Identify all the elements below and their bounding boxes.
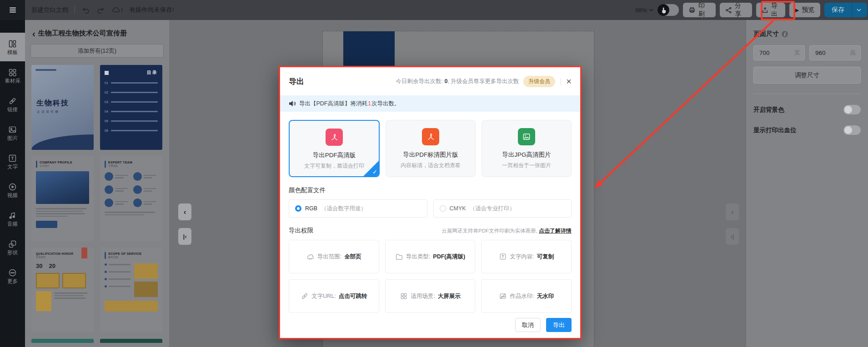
thumbnail-page-company-profile[interactable]: COMPANY PROFILE 公司简介 [31, 156, 94, 241]
radio-cmyk[interactable]: CMYK （适合专业打印） [433, 199, 572, 218]
main-menu-button[interactable] [0, 0, 25, 20]
permissions-grid: 导出范围: 全部页 导出类型: PDF(高清版) 文字内容: 可复制 [289, 240, 572, 313]
page-width-field[interactable]: 宽 [753, 45, 805, 60]
account-avatar[interactable] [657, 4, 679, 16]
thumbnail-page-toc[interactable]: 目录 01 02 03 04 05 06 [100, 65, 162, 150]
perm-export-type: 导出类型: PDF(高清版) [385, 240, 476, 273]
thumbnail-page-qualification-honor[interactable]: QUALIFICATION HONOR 资质荣誉 30 20 [31, 248, 94, 332]
share-button[interactable]: 分享 [720, 3, 752, 17]
thumb-subtitle: 专家团队 [108, 164, 158, 168]
chevron-down-icon [857, 9, 861, 12]
perm-text-content: 文字内容: 可复制 [481, 240, 572, 273]
thumb-subtitle: 服务范围 [108, 256, 158, 259]
zoom-control[interactable]: 98% [631, 7, 653, 14]
sidebar-item-images[interactable]: 图片 [0, 119, 25, 147]
panel-collapse-button[interactable]: ‹ [178, 203, 191, 220]
confirm-export-button[interactable]: 导出 [546, 318, 572, 332]
learn-more-link[interactable]: 点击了解详情 [539, 228, 572, 234]
card-title: 导出PDF高清版 [313, 151, 356, 159]
bleed-label: 显示打印出血位 [753, 126, 797, 134]
thumb-certificate [62, 273, 86, 288]
panel-expand-all-button[interactable]: ›| [726, 228, 739, 245]
sidebar-item-links[interactable]: 链接 [0, 90, 25, 119]
thumb-number: 30 [36, 263, 42, 269]
card-title: 导出PDF标清图片版 [403, 151, 458, 159]
thumb-photo [134, 263, 158, 279]
page-height-field[interactable]: 高 [809, 45, 861, 60]
new-doc-button[interactable]: 新建空白文档 [31, 6, 68, 14]
export-button[interactable]: 导出 [756, 3, 785, 17]
template-panel: ‹ 生物工程生物技术公司宣传册 添加所有(12页) 生物科技 企业宣传册 目录 … [25, 20, 169, 347]
card-pdf-hd[interactable]: 导出PDF高清版 文字可复制，最适合打印 ✓ [289, 120, 380, 177]
thumb-subtitle: 公司简介 [40, 164, 89, 168]
undo-button[interactable] [81, 6, 90, 15]
sidebar-item-templates[interactable]: 模板 [0, 33, 25, 61]
save-dropdown[interactable] [852, 3, 865, 17]
panel-collapse-all-button[interactable]: |‹ [178, 228, 191, 245]
thumbnail-page-scope-of-service[interactable]: SCOPE OF SERVICE 服务范围 [100, 248, 162, 332]
avatar-hand-icon [657, 4, 669, 16]
cloud-alert-badge: ! [121, 7, 123, 14]
thumb-cover-title: 生物科技 [36, 99, 69, 108]
template-set-title: 生物工程生物技术公司宣传册 [38, 29, 127, 38]
cloud-sync-status[interactable]: ! [111, 5, 123, 15]
close-icon[interactable]: × [566, 77, 572, 86]
bleed-toggle[interactable] [843, 125, 861, 135]
hamburger-menu-icon [8, 5, 17, 15]
info-icon[interactable]: i [782, 31, 788, 37]
back-chevron-icon[interactable]: ‹ [32, 30, 35, 37]
export-icon [762, 7, 768, 14]
cancel-button[interactable]: 取消 [515, 318, 541, 332]
thumbnail-page-partial[interactable] [100, 339, 162, 343]
page-size-label: 页面尺寸 [753, 30, 779, 38]
avatar [105, 185, 113, 194]
sidebar-item-assets[interactable]: 素材库 [0, 61, 25, 90]
export-dialog: 导出 今日剩余导出次数: 0, 升级会员尊享更多导出次数 升级会员 × 导出【P… [279, 66, 582, 339]
image-icon [8, 125, 17, 134]
save-button[interactable]: 保存 [824, 3, 867, 17]
card-pdf-sd[interactable]: 导出PDF标清图片版 内容标清，适合文档查看 [386, 120, 476, 177]
sidebar-item-text[interactable]: 文字 [0, 147, 25, 176]
pdf-sd-icon [422, 128, 439, 145]
bleed-row: 显示打印出血位 [753, 125, 861, 135]
thumbnail-page-partial[interactable] [31, 339, 94, 343]
upgrade-membership-badge[interactable]: 升级会员 [523, 76, 555, 87]
perm-export-range: 导出范围: 全部页 [289, 240, 379, 273]
perm-use-scene: 适用场景: 大屏展示 [385, 279, 476, 313]
thumb-photo-wide [105, 301, 158, 312]
print-button[interactable]: 印刷 [683, 3, 716, 17]
panel-expand-button[interactable]: › [726, 203, 739, 220]
redo-button[interactable] [96, 6, 105, 15]
add-all-pages-button[interactable]: 添加所有(12页) [30, 44, 164, 58]
width-unit-label: 宽 [794, 49, 800, 57]
dialog-footer: 取消 导出 [515, 318, 572, 332]
export-quota-text: 今日剩余导出次数: 0, 升级会员尊享更多导出次数 [396, 78, 519, 85]
color-profile-options: RGB （适合数字用途） CMYK （适合专业打印） [289, 199, 572, 218]
thumb-cover-wave [31, 134, 94, 150]
card-title: 导出JPG高清图片 [502, 151, 551, 159]
page-width-input[interactable] [758, 49, 794, 57]
sidebar-item-audio[interactable]: 音频 [0, 204, 25, 233]
templates-icon [8, 39, 17, 49]
sidebar-item-video[interactable]: 视频 [0, 176, 25, 204]
thumbnail-page-expert-team[interactable]: EXPERT TEAM 专家团队 [100, 156, 162, 241]
thumb-toc-title: 目录 [147, 69, 158, 76]
radio-rgb[interactable]: RGB （适合数字用途） [289, 199, 427, 218]
pages-icon [306, 253, 315, 261]
page-height-input[interactable] [814, 49, 850, 57]
sidebar-item-shapes[interactable]: 形状 [0, 233, 25, 262]
left-icon-sidebar: 模板 素材库 链接 图片 文字 [0, 20, 25, 347]
thumb-title: EXPERT TEAM [108, 161, 158, 164]
more-icon [8, 268, 17, 278]
sidebar-item-more[interactable]: 更多 [0, 262, 25, 290]
thumb-certificate [36, 273, 60, 288]
grid-icon [400, 292, 408, 300]
print-service-note: 云展网还支持将PDF文件印刷为实体画册, 点击了解详情 [442, 227, 572, 235]
background-color-toggle[interactable] [843, 105, 861, 114]
thumbnail-page-cover[interactable]: 生物科技 企业宣传册 [31, 65, 94, 150]
card-jpg-hd[interactable]: 导出JPG高清图片 一页相当于一张图片 [482, 120, 572, 177]
preview-button[interactable]: ▶ 预览 [789, 3, 820, 17]
thumb-photo [36, 171, 89, 204]
divider [561, 78, 561, 85]
resize-button[interactable]: 调整尺寸 [753, 67, 861, 84]
